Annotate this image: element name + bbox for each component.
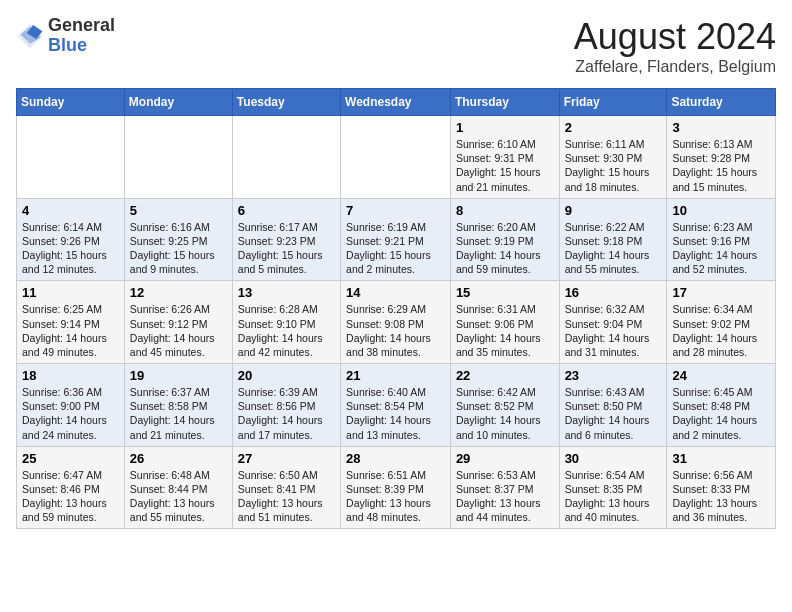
day-info: Sunrise: 6:19 AM Sunset: 9:21 PM Dayligh… [346,220,445,277]
day-of-week-header: Sunday [17,89,125,116]
logo-icon [16,22,44,50]
calendar-day-cell: 27Sunrise: 6:50 AM Sunset: 8:41 PM Dayli… [232,446,340,529]
day-number: 6 [238,203,335,218]
day-of-week-header: Monday [124,89,232,116]
day-info: Sunrise: 6:34 AM Sunset: 9:02 PM Dayligh… [672,302,770,359]
day-info: Sunrise: 6:29 AM Sunset: 9:08 PM Dayligh… [346,302,445,359]
calendar-day-cell: 9Sunrise: 6:22 AM Sunset: 9:18 PM Daylig… [559,198,667,281]
day-number: 11 [22,285,119,300]
day-number: 15 [456,285,554,300]
day-info: Sunrise: 6:31 AM Sunset: 9:06 PM Dayligh… [456,302,554,359]
day-number: 17 [672,285,770,300]
calendar-day-cell: 17Sunrise: 6:34 AM Sunset: 9:02 PM Dayli… [667,281,776,364]
day-number: 29 [456,451,554,466]
day-number: 27 [238,451,335,466]
day-info: Sunrise: 6:45 AM Sunset: 8:48 PM Dayligh… [672,385,770,442]
day-number: 9 [565,203,662,218]
day-number: 7 [346,203,445,218]
calendar-day-cell [341,116,451,199]
calendar-body: 1Sunrise: 6:10 AM Sunset: 9:31 PM Daylig… [17,116,776,529]
calendar-day-cell: 30Sunrise: 6:54 AM Sunset: 8:35 PM Dayli… [559,446,667,529]
day-info: Sunrise: 6:50 AM Sunset: 8:41 PM Dayligh… [238,468,335,525]
day-of-week-header: Wednesday [341,89,451,116]
calendar-day-cell: 23Sunrise: 6:43 AM Sunset: 8:50 PM Dayli… [559,364,667,447]
day-info: Sunrise: 6:43 AM Sunset: 8:50 PM Dayligh… [565,385,662,442]
day-info: Sunrise: 6:17 AM Sunset: 9:23 PM Dayligh… [238,220,335,277]
day-number: 26 [130,451,227,466]
calendar-table: SundayMondayTuesdayWednesdayThursdayFrid… [16,88,776,529]
calendar-day-cell: 29Sunrise: 6:53 AM Sunset: 8:37 PM Dayli… [450,446,559,529]
page-header: General Blue August 2024 Zaffelare, Flan… [16,16,776,76]
day-number: 20 [238,368,335,383]
calendar-day-cell: 4Sunrise: 6:14 AM Sunset: 9:26 PM Daylig… [17,198,125,281]
day-info: Sunrise: 6:36 AM Sunset: 9:00 PM Dayligh… [22,385,119,442]
day-info: Sunrise: 6:39 AM Sunset: 8:56 PM Dayligh… [238,385,335,442]
calendar-day-cell [124,116,232,199]
day-number: 19 [130,368,227,383]
calendar-day-cell: 20Sunrise: 6:39 AM Sunset: 8:56 PM Dayli… [232,364,340,447]
logo-text: General Blue [48,16,115,56]
day-info: Sunrise: 6:16 AM Sunset: 9:25 PM Dayligh… [130,220,227,277]
day-info: Sunrise: 6:42 AM Sunset: 8:52 PM Dayligh… [456,385,554,442]
calendar-day-cell: 1Sunrise: 6:10 AM Sunset: 9:31 PM Daylig… [450,116,559,199]
calendar-day-cell: 6Sunrise: 6:17 AM Sunset: 9:23 PM Daylig… [232,198,340,281]
calendar-day-cell: 21Sunrise: 6:40 AM Sunset: 8:54 PM Dayli… [341,364,451,447]
calendar-day-cell: 22Sunrise: 6:42 AM Sunset: 8:52 PM Dayli… [450,364,559,447]
day-info: Sunrise: 6:53 AM Sunset: 8:37 PM Dayligh… [456,468,554,525]
day-info: Sunrise: 6:13 AM Sunset: 9:28 PM Dayligh… [672,137,770,194]
day-info: Sunrise: 6:22 AM Sunset: 9:18 PM Dayligh… [565,220,662,277]
day-of-week-header: Friday [559,89,667,116]
calendar-day-cell: 26Sunrise: 6:48 AM Sunset: 8:44 PM Dayli… [124,446,232,529]
day-of-week-header: Thursday [450,89,559,116]
day-info: Sunrise: 6:40 AM Sunset: 8:54 PM Dayligh… [346,385,445,442]
calendar-week-row: 4Sunrise: 6:14 AM Sunset: 9:26 PM Daylig… [17,198,776,281]
day-number: 31 [672,451,770,466]
calendar-day-cell: 28Sunrise: 6:51 AM Sunset: 8:39 PM Dayli… [341,446,451,529]
calendar-day-cell [17,116,125,199]
day-number: 30 [565,451,662,466]
day-info: Sunrise: 6:28 AM Sunset: 9:10 PM Dayligh… [238,302,335,359]
calendar-day-cell: 10Sunrise: 6:23 AM Sunset: 9:16 PM Dayli… [667,198,776,281]
calendar-day-cell [232,116,340,199]
calendar-day-cell: 16Sunrise: 6:32 AM Sunset: 9:04 PM Dayli… [559,281,667,364]
day-number: 8 [456,203,554,218]
day-number: 14 [346,285,445,300]
day-info: Sunrise: 6:20 AM Sunset: 9:19 PM Dayligh… [456,220,554,277]
logo-blue: Blue [48,35,87,55]
day-info: Sunrise: 6:37 AM Sunset: 8:58 PM Dayligh… [130,385,227,442]
day-number: 24 [672,368,770,383]
calendar-day-cell: 15Sunrise: 6:31 AM Sunset: 9:06 PM Dayli… [450,281,559,364]
day-number: 1 [456,120,554,135]
day-info: Sunrise: 6:14 AM Sunset: 9:26 PM Dayligh… [22,220,119,277]
calendar-day-cell: 3Sunrise: 6:13 AM Sunset: 9:28 PM Daylig… [667,116,776,199]
day-info: Sunrise: 6:26 AM Sunset: 9:12 PM Dayligh… [130,302,227,359]
calendar-day-cell: 25Sunrise: 6:47 AM Sunset: 8:46 PM Dayli… [17,446,125,529]
day-info: Sunrise: 6:23 AM Sunset: 9:16 PM Dayligh… [672,220,770,277]
calendar-day-cell: 31Sunrise: 6:56 AM Sunset: 8:33 PM Dayli… [667,446,776,529]
calendar-day-cell: 13Sunrise: 6:28 AM Sunset: 9:10 PM Dayli… [232,281,340,364]
day-info: Sunrise: 6:51 AM Sunset: 8:39 PM Dayligh… [346,468,445,525]
day-info: Sunrise: 6:32 AM Sunset: 9:04 PM Dayligh… [565,302,662,359]
day-number: 18 [22,368,119,383]
day-number: 23 [565,368,662,383]
logo: General Blue [16,16,115,56]
day-info: Sunrise: 6:10 AM Sunset: 9:31 PM Dayligh… [456,137,554,194]
location: Zaffelare, Flanders, Belgium [574,58,776,76]
calendar-day-cell: 5Sunrise: 6:16 AM Sunset: 9:25 PM Daylig… [124,198,232,281]
calendar-week-row: 18Sunrise: 6:36 AM Sunset: 9:00 PM Dayli… [17,364,776,447]
calendar-week-row: 25Sunrise: 6:47 AM Sunset: 8:46 PM Dayli… [17,446,776,529]
calendar-week-row: 11Sunrise: 6:25 AM Sunset: 9:14 PM Dayli… [17,281,776,364]
calendar-day-cell: 2Sunrise: 6:11 AM Sunset: 9:30 PM Daylig… [559,116,667,199]
day-of-week-header: Tuesday [232,89,340,116]
day-info: Sunrise: 6:11 AM Sunset: 9:30 PM Dayligh… [565,137,662,194]
day-info: Sunrise: 6:47 AM Sunset: 8:46 PM Dayligh… [22,468,119,525]
day-info: Sunrise: 6:48 AM Sunset: 8:44 PM Dayligh… [130,468,227,525]
day-of-week-header: Saturday [667,89,776,116]
day-number: 4 [22,203,119,218]
day-number: 13 [238,285,335,300]
day-info: Sunrise: 6:56 AM Sunset: 8:33 PM Dayligh… [672,468,770,525]
calendar-day-cell: 24Sunrise: 6:45 AM Sunset: 8:48 PM Dayli… [667,364,776,447]
day-number: 28 [346,451,445,466]
calendar-day-cell: 14Sunrise: 6:29 AM Sunset: 9:08 PM Dayli… [341,281,451,364]
month-year: August 2024 [574,16,776,58]
